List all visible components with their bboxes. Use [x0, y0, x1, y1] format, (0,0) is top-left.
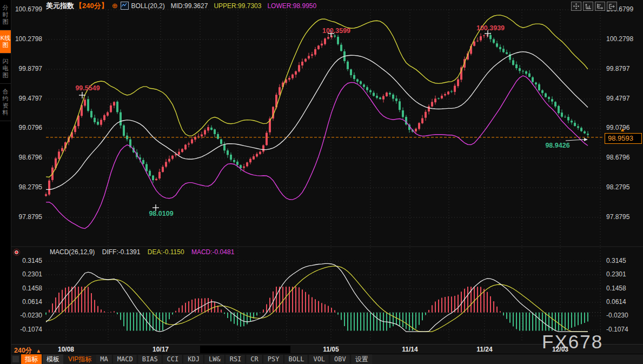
sidebar-tab-contract-info[interactable]: 合约资料	[0, 84, 11, 121]
chart-header: 美元指数 【240分】 ⊕ BOLL(20,2) MID:99.3627 UPP…	[46, 1, 316, 10]
price-axis-label-right: 98.6796	[606, 154, 639, 161]
interval-arrow-icon: ▲	[36, 348, 41, 354]
macd-macd-value: MACD:-0.0481	[191, 248, 234, 256]
toolbar-corner-icon[interactable]	[12, 356, 19, 362]
boll-params: BOLL(20,2)	[131, 2, 165, 10]
tab-cr[interactable]: CR	[247, 355, 262, 363]
tab-vip-indicators[interactable]: VIP指标	[64, 354, 95, 364]
last-price-tag: 98.9593	[605, 133, 642, 144]
symbol-name: 美元指数	[46, 1, 74, 11]
price-axis-label-left: 100.2798	[10, 35, 42, 43]
date-label: 11/24	[472, 346, 497, 353]
tab-rsi[interactable]: RSI	[226, 355, 246, 363]
add-overlay-icon[interactable]: ⊕	[112, 2, 118, 10]
boll-mid-value: MID:99.3627	[171, 2, 208, 10]
last-price-value: 98.9593	[608, 134, 633, 142]
tab-vol[interactable]: VOL	[309, 355, 329, 363]
price-axis-label-left: 97.8795	[10, 213, 42, 221]
tab-bias[interactable]: BIAS	[138, 355, 162, 363]
scale-y-axis-icon[interactable]	[583, 2, 593, 11]
date-label: 10/08	[54, 346, 78, 353]
price-axis-label-left: 98.6796	[10, 154, 42, 161]
tab-macd[interactable]: MACD	[114, 355, 137, 363]
macd-axis-label-right: 0.3145	[606, 257, 639, 264]
chart-tools	[571, 2, 617, 11]
boll-upper-value: UPPER:99.7303	[214, 2, 261, 10]
tab-lw[interactable]: LW&	[205, 355, 225, 363]
price-annotation: 99.5549	[75, 84, 100, 92]
chart-type-icon[interactable]	[121, 2, 129, 10]
price-annotation: 98.0109	[149, 210, 173, 217]
price-annotation: 100.3599	[322, 27, 350, 35]
macd-axis-label-right: -0.1074	[606, 326, 639, 333]
macd-params: MACD(26,12,9)	[50, 248, 95, 256]
macd-axis-label-right: 0.1458	[606, 284, 639, 292]
tab-settings[interactable]: 设置	[352, 354, 372, 364]
price-annotation: 98.9426	[545, 142, 569, 149]
macd-axis-label-right: 0.2301	[606, 270, 639, 278]
macd-axis-label-left: 0.3145	[10, 257, 42, 264]
app-window: 分时图K线图闪电图合约资料 美元指数 【240分】 ⊕ BOLL(20,2) M…	[0, 0, 643, 364]
tab-ma[interactable]: MA	[96, 355, 112, 363]
chart-canvas[interactable]	[0, 0, 643, 364]
macd-dea-value: DEA:-0.1150	[148, 248, 184, 256]
macd-axis-label-left: -0.0230	[10, 312, 42, 319]
macd-diff-value: DIFF:-0.1391	[102, 248, 141, 256]
bottom-toolbar: 指标模板VIP指标MAMACDBIASCCIKDJLW&RSICRPSYBOLL…	[11, 354, 643, 364]
tab-cci[interactable]: CCI	[163, 355, 183, 363]
sidebar: 分时图K线图闪电图合约资料	[0, 0, 11, 364]
macd-axis-label-left: 0.1458	[10, 284, 42, 292]
tab-indicators[interactable]: 指标	[21, 354, 42, 364]
date-label: 10/17	[148, 346, 173, 353]
macd-axis-label-left: -0.1074	[10, 326, 42, 333]
price-axis-label-right: 99.8797	[606, 65, 639, 72]
pan-right-icon[interactable]	[607, 2, 617, 11]
date-label: 11/05	[319, 346, 343, 353]
price-axis-label-right: 100.2798	[606, 35, 639, 43]
scale-x-axis-icon[interactable]	[595, 2, 605, 11]
interval-label: 240分	[14, 347, 32, 354]
price-axis-label-right: 98.2795	[606, 183, 639, 191]
macd-axis-label-right: -0.0230	[606, 312, 639, 319]
price-axis-label-right: 97.8795	[606, 213, 639, 221]
watermark: FX678	[542, 331, 603, 353]
price-axis-label-left: 98.2795	[10, 183, 42, 191]
price-axis-label-left: 99.4797	[10, 95, 42, 102]
macd-header: MACD(26,12,9) DIFF:-0.1391 DEA:-0.1150 M…	[50, 248, 234, 256]
indicator-alert-icon[interactable]	[13, 249, 20, 256]
tab-boll[interactable]: BOLL	[285, 355, 309, 363]
macd-axis-label-right: 0.0614	[606, 298, 639, 306]
price-axis-label-left: 99.8797	[10, 65, 42, 72]
sidebar-tab-flash-chart[interactable]: 闪电图	[0, 54, 11, 84]
macd-axis-label-left: 0.0614	[10, 298, 42, 306]
sidebar-tab-kline[interactable]: K线图	[0, 30, 11, 54]
tab-kdj[interactable]: KDJ	[184, 355, 204, 363]
macd-axis-label-left: 0.2301	[10, 270, 42, 278]
tab-obv[interactable]: OBV	[330, 355, 350, 363]
redacted-box	[200, 346, 290, 353]
tab-psy[interactable]: PSY	[264, 355, 284, 363]
period-label[interactable]: 【240分】	[75, 1, 108, 11]
price-annotation: 100.3939	[476, 24, 505, 32]
move-tool-icon[interactable]	[571, 2, 581, 11]
price-axis-label-left: 99.0796	[10, 124, 42, 131]
price-up-arrow-icon: ▲	[620, 127, 625, 133]
sidebar-tab-time-chart[interactable]: 分时图	[0, 0, 11, 30]
date-label: 11/14	[397, 346, 422, 353]
price-axis-label-left: 100.6799	[10, 5, 42, 13]
price-axis-label-right: 99.4797	[606, 95, 639, 102]
tab-templates[interactable]: 模板	[43, 354, 63, 364]
boll-lower-value: LOWER:98.9950	[267, 2, 316, 10]
